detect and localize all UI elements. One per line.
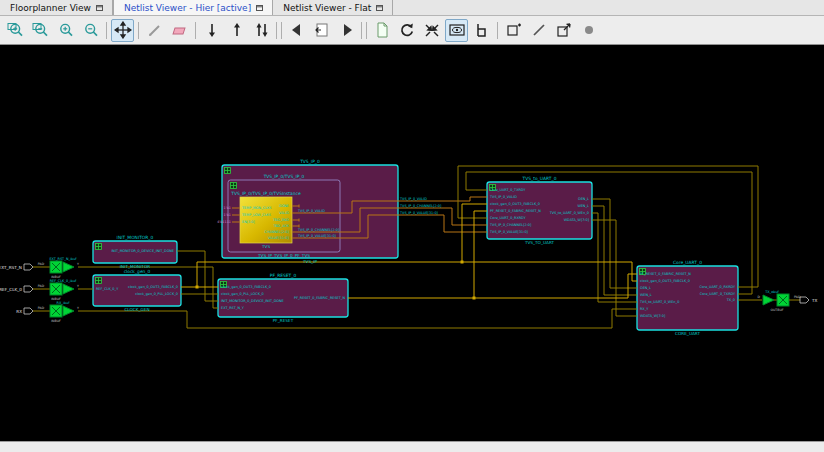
constant-label: 1'b1 xyxy=(224,213,231,217)
net-wire[interactable] xyxy=(592,213,637,302)
eraser-button[interactable] xyxy=(168,19,191,42)
triangle-left-icon xyxy=(288,21,306,39)
record-button[interactable] xyxy=(577,19,600,42)
block-bottom-label: TVS_IP xyxy=(302,259,317,264)
port-label: OEN_L xyxy=(578,197,589,201)
input-pin-REF_CLK_0[interactable]: REF_CLK_0PADREF_CLK_0_ibufINBUFY xyxy=(0,279,79,301)
port-symbol xyxy=(24,264,33,270)
net-label: TVS_IP_0_VALUE[31:0] xyxy=(297,234,337,238)
port-label: PF_RESET_0_FABRIC_RESET_N xyxy=(640,272,691,276)
block-bottom-label: TVS_IP_TVS_IP_0_PF_TVS xyxy=(257,253,310,258)
tab-label: Floorplanner View xyxy=(10,3,91,13)
wire-junction xyxy=(473,297,476,300)
toolbar-separator xyxy=(106,22,107,39)
mag-minus-icon xyxy=(82,21,100,39)
net-wire[interactable] xyxy=(78,309,637,328)
pin-name: REF_CLK_0 xyxy=(0,287,22,292)
port-label: RX_Y xyxy=(640,307,649,311)
arrow-down-icon xyxy=(203,21,221,39)
toolbar-separator xyxy=(195,22,196,39)
toolbar-separator xyxy=(361,22,362,39)
net-wire[interactable] xyxy=(592,199,637,288)
pencil-icon xyxy=(146,21,164,39)
zoom-window-out-button[interactable] xyxy=(29,19,52,42)
wire-junction xyxy=(461,261,464,264)
port-label: Core_UART_0_RXRDY xyxy=(490,216,527,220)
mag-window-plus-icon xyxy=(7,21,25,39)
netlist-viewer-window: EXT_RST_NPADEXT_RST_N_ibufINBUFYREF_CLK_… xyxy=(0,0,824,452)
port-label: EXT_RST_N_Y xyxy=(221,306,245,310)
expand-icon[interactable] xyxy=(231,183,237,189)
collapse-instance-button[interactable] xyxy=(420,19,443,42)
expand-icon[interactable] xyxy=(96,244,102,250)
svg-text:PAD: PAD xyxy=(38,306,45,310)
tab-netlist-viewer-hier-active[interactable]: Netlist Viewer - Hier [active] xyxy=(113,0,273,15)
annotate-button[interactable] xyxy=(527,19,550,42)
fit-view-button[interactable] xyxy=(111,19,134,42)
net-wire[interactable] xyxy=(462,262,637,281)
port-label: PF_RESET_0_FABRIC_RESET_N xyxy=(294,296,345,300)
output-pin-TX[interactable]: DTX_obufPADOUTBUFTX xyxy=(758,290,818,312)
toolbar-separator xyxy=(281,22,282,39)
block-bottom-label: TVS xyxy=(261,244,270,249)
go-up-button[interactable] xyxy=(225,19,248,42)
tab-label: Netlist Viewer - Hier [active] xyxy=(124,3,251,13)
port-label: TEMP_MON_CLKS xyxy=(241,206,271,210)
new-sheet-button[interactable] xyxy=(370,19,393,42)
tab-netlist-viewer-flat[interactable]: Netlist Viewer - Flat xyxy=(273,0,393,15)
fold-instance-button[interactable] xyxy=(470,19,493,42)
port-label: PF_RESET_0_FABRIC_RESET_N xyxy=(490,209,541,213)
dot-icon xyxy=(580,21,598,39)
rotate-icon xyxy=(398,21,416,39)
zoom-in-button[interactable] xyxy=(54,19,77,42)
net-wire[interactable] xyxy=(592,206,637,295)
go-updown-button[interactable] xyxy=(250,19,273,42)
svg-text:Y: Y xyxy=(77,262,79,266)
pin-name: EXT_RST_N xyxy=(0,265,22,270)
document-icon xyxy=(373,21,391,39)
block-title: PF_RESET_0 xyxy=(270,273,297,279)
net-label: TVS_IP_0_VALID xyxy=(399,197,427,201)
nav-forward-button[interactable] xyxy=(335,19,358,42)
reload-button[interactable] xyxy=(395,19,418,42)
port-symbol xyxy=(24,308,33,314)
port-label: TVS_IP_0_VALUE[31:0] xyxy=(489,230,529,234)
toolbar xyxy=(0,16,824,45)
zoom-out-button[interactable] xyxy=(79,19,102,42)
block-bottom-label: PF_RESET xyxy=(273,318,294,323)
nav-sheet-button[interactable] xyxy=(310,19,333,42)
push-down-button[interactable] xyxy=(502,19,525,42)
pan-arrows-icon xyxy=(114,21,132,39)
svg-text:D: D xyxy=(758,295,761,299)
tab-floorplanner-view[interactable]: Floorplanner View xyxy=(0,0,113,15)
zoom-window-in-button[interactable] xyxy=(4,19,27,42)
svg-text:INBUF: INBUF xyxy=(51,319,61,323)
port-label: clock_gen_0_PLL_LOCK_0 xyxy=(135,292,178,296)
port-label: VALID xyxy=(279,211,289,215)
block-title: TVS_IP_0 xyxy=(299,159,320,165)
block-bottom-label: TVS_TO_UART xyxy=(524,240,555,245)
schematic-svg[interactable]: EXT_RST_NPADEXT_RST_N_ibufINBUFYREF_CLK_… xyxy=(0,0,824,452)
show-contents-button[interactable] xyxy=(445,19,468,42)
go-down-button[interactable] xyxy=(200,19,223,42)
port-label: TVS_IP_0_VALID xyxy=(489,195,517,199)
pop-out-button[interactable] xyxy=(552,19,575,42)
net-wire[interactable] xyxy=(474,274,637,298)
port-label: TEMP_LOW_CLKS xyxy=(241,213,271,217)
expand-icon[interactable] xyxy=(96,278,102,284)
port-label: TBD_ACK xyxy=(272,224,289,228)
schematic-canvas[interactable]: EXT_RST_NPADEXT_RST_N_ibufINBUFYREF_CLK_… xyxy=(0,0,824,452)
input-pin-RX[interactable]: RXPADRX_ibufINBUFY xyxy=(16,301,79,323)
port-label: Core_UART_0_TXRDY xyxy=(490,188,526,192)
block-title: TVS_to_UART_0 xyxy=(522,176,557,182)
arrow-up-icon xyxy=(228,21,246,39)
tab-label: Netlist Viewer - Flat xyxy=(283,3,371,13)
block-bottom-label: CORE_UART xyxy=(675,331,700,336)
box-plus-icon xyxy=(505,21,523,39)
input-pin-EXT_RST_N[interactable]: EXT_RST_NPADEXT_RST_N_ibufINBUFY xyxy=(0,257,79,279)
collapse-arrows-icon xyxy=(423,21,441,39)
edit-line-button[interactable] xyxy=(143,19,166,42)
nav-back-button[interactable] xyxy=(285,19,308,42)
port-label: CHANNEL[2:0] xyxy=(265,230,290,234)
expand-icon[interactable] xyxy=(225,168,231,174)
